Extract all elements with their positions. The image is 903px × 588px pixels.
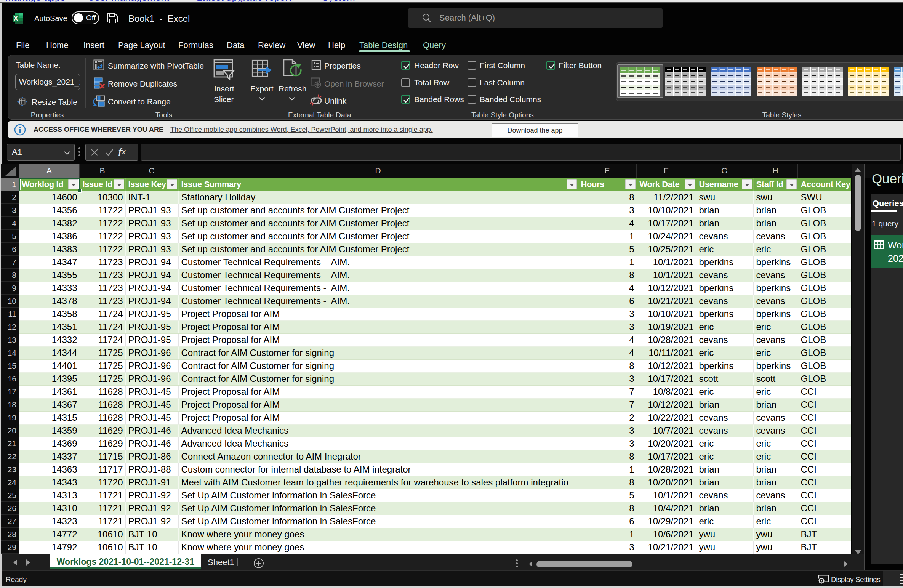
svg-text:X: X (14, 15, 18, 22)
